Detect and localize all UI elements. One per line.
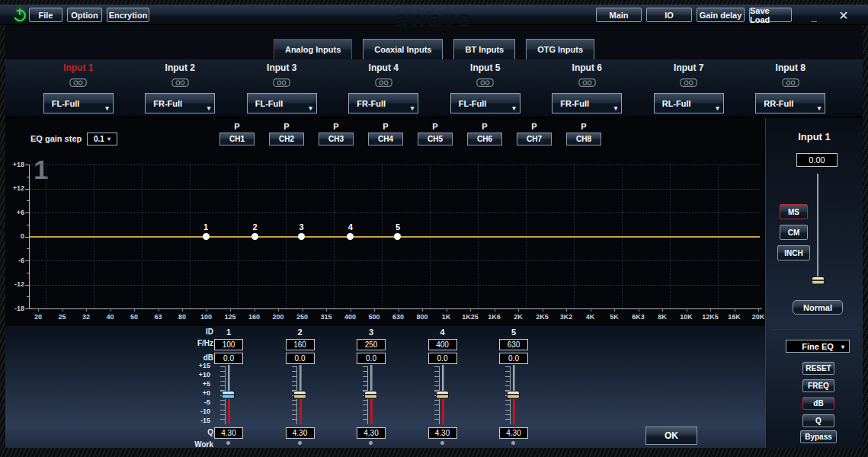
input-label[interactable]: Input 7 xyxy=(674,62,703,73)
band-db-input[interactable]: 0.0 xyxy=(214,353,243,364)
input-label[interactable]: Input 5 xyxy=(470,62,500,73)
input-label[interactable]: Input 6 xyxy=(572,62,602,73)
carbon-frame-bottom xyxy=(0,448,868,457)
slider-thumb[interactable] xyxy=(436,391,449,399)
slider-thumb[interactable] xyxy=(222,391,235,399)
eq-point[interactable] xyxy=(251,233,258,240)
chevron-down-icon: ▾ xyxy=(614,104,618,112)
band-db-input[interactable]: 0.0 xyxy=(499,353,528,364)
link-icon[interactable] xyxy=(476,78,494,88)
band-q-input[interactable]: 4.30 xyxy=(357,427,386,439)
band-slider[interactable] xyxy=(228,365,230,426)
band-slider[interactable] xyxy=(442,365,444,426)
ch-button[interactable]: CH2 xyxy=(269,133,304,145)
freq-axis-label: 200 xyxy=(265,313,291,321)
link-icon[interactable] xyxy=(578,78,596,88)
slider-thumb[interactable] xyxy=(293,391,306,399)
q-button[interactable]: Q xyxy=(802,414,834,427)
link-icon[interactable] xyxy=(171,78,189,88)
carbon-frame-left xyxy=(0,25,5,448)
channel-select[interactable]: FL-Full ▾ xyxy=(247,93,317,113)
input-label[interactable]: Input 1 xyxy=(63,62,93,73)
band-slider[interactable] xyxy=(299,365,302,426)
channel-select[interactable]: FR-Full ▾ xyxy=(348,93,418,113)
eq-gain-step-select[interactable]: 0.1 ▾ xyxy=(87,133,117,145)
link-icon[interactable] xyxy=(375,78,392,88)
tab-otg-inputs[interactable]: OTG Inputs xyxy=(526,39,594,59)
unit-ms-button[interactable]: MS xyxy=(780,204,808,219)
gain-delay-button[interactable]: Gain delay xyxy=(697,8,745,22)
p-indicator: P xyxy=(581,122,586,132)
band-q-input[interactable]: 4.30 xyxy=(428,427,457,439)
tab-bt-inputs[interactable]: BT Inputs xyxy=(453,39,515,59)
channel-select[interactable]: FL-Full ▾ xyxy=(43,93,114,113)
band-db-input[interactable]: 0.0 xyxy=(428,353,457,364)
gain-axis-label: -6 xyxy=(3,257,24,264)
save-load-button[interactable]: Save Load xyxy=(749,8,792,22)
eq-point[interactable] xyxy=(298,233,305,240)
ch-button[interactable]: CH5 xyxy=(418,133,453,145)
link-icon[interactable] xyxy=(782,78,799,88)
reset-button[interactable]: RESET xyxy=(802,362,834,375)
band-freq-input[interactable]: 100 xyxy=(214,339,243,350)
slider-thumb[interactable] xyxy=(507,391,520,399)
ch-button[interactable]: CH4 xyxy=(368,133,403,145)
channel-button-group: P CH6 xyxy=(467,122,502,145)
gain-axis-label: +6 xyxy=(3,209,24,216)
ch-button[interactable]: CH6 xyxy=(467,133,502,145)
link-icon[interactable] xyxy=(273,78,290,88)
eq-point[interactable] xyxy=(394,233,401,240)
band-freq-input[interactable]: 630 xyxy=(499,339,528,350)
band-q-input[interactable]: 4.30 xyxy=(499,427,528,439)
io-button[interactable]: IO xyxy=(646,8,692,22)
channel-select[interactable]: RL-Full ▾ xyxy=(654,93,724,113)
eq-point[interactable] xyxy=(203,233,210,240)
input-label[interactable]: Input 4 xyxy=(369,62,399,73)
ch-button[interactable]: CH1 xyxy=(219,133,255,145)
input-label[interactable]: Input 3 xyxy=(267,62,296,73)
db-button[interactable]: dB xyxy=(802,397,834,410)
band-freq-input[interactable]: 160 xyxy=(286,339,315,350)
slider-track-lower xyxy=(299,395,302,424)
tab-analog-inputs[interactable]: Analog Inputs xyxy=(274,39,352,59)
band-slider[interactable] xyxy=(370,365,373,426)
ch-button[interactable]: CH3 xyxy=(319,133,354,145)
ok-button[interactable]: OK xyxy=(645,427,697,445)
band-q-input[interactable]: 4.30 xyxy=(286,427,315,439)
link-icon[interactable] xyxy=(69,78,87,88)
slider-thumb[interactable] xyxy=(812,276,825,285)
input-label[interactable]: Input 2 xyxy=(165,62,195,73)
band-freq-input[interactable]: 400 xyxy=(428,339,457,350)
channel-select[interactable]: RR-Full ▾ xyxy=(755,93,825,113)
bypass-button[interactable]: Bypass xyxy=(800,430,837,443)
channel-select[interactable]: FL-Full ▾ xyxy=(450,93,520,113)
close-icon[interactable]: ✕ xyxy=(834,7,854,24)
delay-value-input[interactable]: 0.00 xyxy=(796,153,838,167)
eq-mode-select[interactable]: Fine EQ ▾ xyxy=(786,340,850,353)
channel-select[interactable]: FR-Full ▾ xyxy=(145,93,215,113)
input-label[interactable]: Input 8 xyxy=(776,62,806,73)
unit-inch-button[interactable]: INCH xyxy=(777,245,810,260)
ch-button[interactable]: CH7 xyxy=(517,133,552,145)
band-q-input[interactable]: 4.30 xyxy=(214,427,243,439)
eq-point[interactable] xyxy=(347,233,354,240)
main-button[interactable]: Main xyxy=(596,8,642,22)
minimize-button[interactable]: _ xyxy=(806,5,822,23)
normal-button[interactable]: Normal xyxy=(793,300,843,315)
slider-track-lower xyxy=(513,395,515,424)
input-column: Input 3 FL-Full ▾ xyxy=(231,59,333,118)
band-db-input[interactable]: 0.0 xyxy=(286,353,315,364)
input-column: Input 5 FL-Full ▾ xyxy=(434,59,536,118)
link-icon[interactable] xyxy=(680,78,697,88)
band-db-input[interactable]: 0.0 xyxy=(357,353,386,364)
ch-button[interactable]: CH8 xyxy=(566,133,601,145)
channel-select[interactable]: FR-Full ▾ xyxy=(552,93,622,113)
band-slider[interactable] xyxy=(513,365,515,426)
freq-button[interactable]: FREQ xyxy=(802,379,834,392)
axis-tick xyxy=(38,308,39,312)
band-freq-input[interactable]: 250 xyxy=(357,339,386,350)
slider-thumb[interactable] xyxy=(364,391,377,399)
tab-coaxial-inputs[interactable]: Coaxial Inputs xyxy=(363,39,443,59)
delay-slider[interactable] xyxy=(817,174,818,285)
unit-cm-button[interactable]: CM xyxy=(780,225,808,240)
